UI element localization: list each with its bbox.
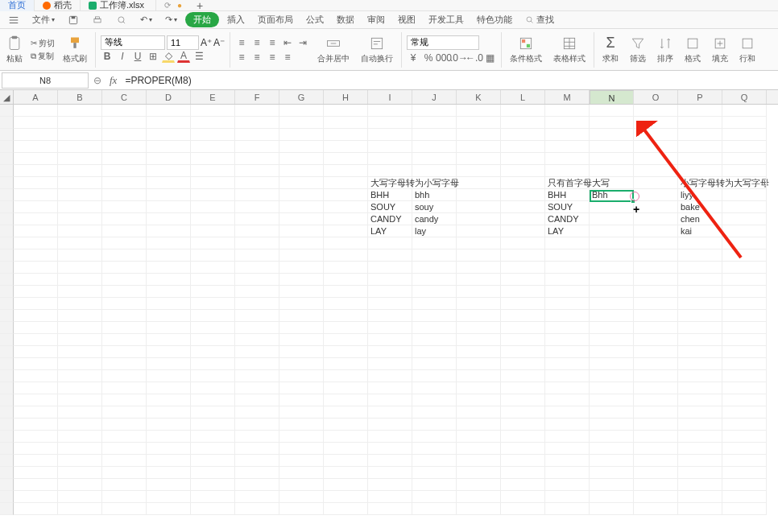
cell[interactable] [14,177,58,189]
cell[interactable] [279,467,324,479]
cell[interactable] [147,334,191,346]
cell[interactable] [501,382,545,394]
cell[interactable] [102,394,147,406]
cell[interactable] [235,177,279,189]
cell[interactable] [412,153,457,165]
cell[interactable]: SOUY [368,201,412,213]
indent-dec-icon[interactable]: ⇤ [281,36,294,49]
font-color-icon[interactable]: A [177,50,190,63]
cell[interactable] [634,105,678,117]
cell[interactable] [324,153,368,165]
cell[interactable] [147,105,191,117]
cell[interactable] [191,165,235,177]
cell[interactable] [102,213,147,225]
spreadsheet-grid[interactable]: ◢ A B C D E F G H I J K L M N O P Q 大写字母… [0,90,778,515]
new-tab-button[interactable]: + [190,0,209,12]
cell[interactable] [324,467,368,479]
cell[interactable] [368,382,412,394]
cell[interactable] [102,382,147,394]
cell[interactable] [545,346,590,358]
cell[interactable] [545,117,590,129]
cell[interactable] [634,274,678,286]
cell[interactable] [678,443,722,455]
cell[interactable] [722,141,767,153]
cell[interactable] [279,250,324,262]
cell[interactable] [457,419,501,431]
row-header[interactable] [0,189,14,201]
cell[interactable] [14,406,58,419]
cell[interactable] [324,286,368,298]
cell[interactable] [678,250,722,262]
cell[interactable] [235,165,279,177]
cell[interactable] [678,491,722,503]
cell[interactable] [545,237,590,250]
row-header[interactable] [0,419,14,431]
cell[interactable] [147,419,191,431]
cell[interactable] [368,479,412,491]
cell[interactable] [412,346,457,358]
cell[interactable] [545,443,590,455]
cell[interactable] [235,406,279,419]
cell[interactable] [102,153,147,165]
italic-icon[interactable]: I [116,50,129,63]
cell[interactable] [457,177,501,189]
cell[interactable] [722,189,767,201]
cell[interactable] [324,334,368,346]
cell[interactable] [58,250,102,262]
cell[interactable] [678,117,722,129]
cell[interactable] [279,153,324,165]
cell[interactable] [147,262,191,274]
cell[interactable] [324,406,368,419]
cell[interactable] [279,334,324,346]
cell[interactable] [634,250,678,262]
row-header[interactable] [0,262,14,274]
cell[interactable] [545,334,590,346]
cell[interactable] [279,165,324,177]
cell[interactable] [102,286,147,298]
cell[interactable] [545,467,590,479]
cell[interactable] [58,382,102,394]
col-M[interactable]: M [545,90,590,104]
cell[interactable] [457,286,501,298]
cell[interactable] [58,298,102,310]
cell[interactable] [324,105,368,117]
cell[interactable] [678,479,722,491]
bold-icon[interactable]: B [101,50,114,63]
cell[interactable] [14,467,58,479]
cell[interactable] [368,310,412,322]
cell[interactable] [279,129,324,141]
cell[interactable] [191,467,235,479]
cell[interactable]: lay [412,225,457,237]
cell[interactable] [368,298,412,310]
cell[interactable] [457,129,501,141]
cell[interactable] [457,165,501,177]
cell[interactable] [590,250,634,262]
cell[interactable] [722,346,767,358]
cell[interactable]: kai [678,225,722,237]
cell[interactable] [501,141,545,153]
cell[interactable] [545,141,590,153]
cell[interactable] [279,491,324,503]
cell[interactable] [634,491,678,503]
cell[interactable] [457,406,501,419]
cell[interactable] [102,250,147,262]
row-header[interactable] [0,177,14,189]
cell[interactable] [324,443,368,455]
cell[interactable] [501,443,545,455]
cell[interactable] [634,503,678,515]
row-header[interactable] [0,394,14,406]
cell[interactable] [368,346,412,358]
cell[interactable] [368,334,412,346]
cell[interactable] [279,225,324,237]
cell[interactable] [545,382,590,394]
cell[interactable] [412,141,457,153]
cell[interactable] [279,286,324,298]
cell[interactable] [147,250,191,262]
cell[interactable] [412,274,457,286]
cell[interactable] [14,346,58,358]
cell[interactable] [501,237,545,250]
cell[interactable] [590,262,634,274]
cell[interactable] [58,165,102,177]
cell[interactable] [501,310,545,322]
cell[interactable] [191,153,235,165]
